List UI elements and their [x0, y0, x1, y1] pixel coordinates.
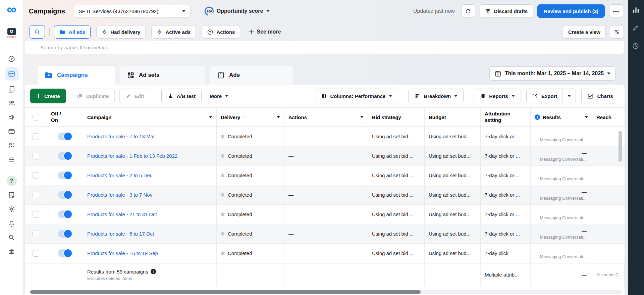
export-split-button: Export [526, 89, 576, 103]
reach-cell [592, 166, 625, 185]
header-results[interactable]: i Results [531, 108, 592, 127]
campaign-toggle[interactable] [58, 210, 72, 218]
edit-button[interactable]: Edit [119, 89, 150, 103]
insights-chart-icon[interactable] [632, 6, 640, 14]
header-bid-strategy[interactable]: Bid strategy [368, 108, 425, 127]
filter-chip-active-ads[interactable]: Active ads [151, 25, 196, 39]
horizontal-scrollbar-track[interactable] [30, 290, 621, 294]
advertise-megaphone-icon[interactable] [5, 111, 18, 123]
campaign-link[interactable]: Products for sale - 3 to 7 Nov [87, 192, 152, 198]
vertical-scrollbar[interactable] [619, 131, 622, 162]
see-more-filters-button[interactable]: See more [249, 29, 281, 35]
table-body: Products for sale - 7 to 13 Mar Complete… [25, 127, 625, 263]
delivery-status-dot [221, 232, 224, 236]
header-delivery[interactable]: Delivery ↑ [217, 108, 284, 127]
create-a-view-button[interactable]: Create a view [563, 25, 606, 39]
campaign-link[interactable]: Products for sale - 7 to 13 Mar [87, 134, 155, 139]
filter-chip-actions[interactable]: Actions [202, 25, 240, 39]
settings-gear-icon[interactable] [5, 203, 18, 215]
search-filter-chip[interactable] [30, 25, 45, 39]
tab-ad-sets[interactable]: Ad sets [120, 66, 205, 85]
campaign-link[interactable]: Products for sale - 5 to 17 Oct [87, 231, 154, 237]
campaign-toggle[interactable] [58, 191, 72, 199]
tab-campaigns[interactable]: Campaigns [38, 66, 115, 85]
columns-button[interactable]: Columns: Performance [315, 89, 398, 103]
main-area: Campaigns SF IT Services (43762709678079… [23, 0, 628, 295]
row-checkbox[interactable] [33, 192, 39, 198]
export-button[interactable]: Export [527, 89, 563, 103]
results-cell: —Messaging Conversati... [531, 166, 592, 185]
row-checkbox[interactable] [33, 133, 39, 140]
charts-button[interactable]: Charts [581, 89, 619, 103]
reports-button[interactable]: Reports [474, 89, 521, 103]
create-button[interactable]: Create [30, 89, 66, 103]
audiences-icon[interactable] [5, 97, 18, 109]
tab-ads[interactable]: Ads [210, 66, 293, 85]
header-actions[interactable]: Actions [284, 108, 368, 127]
more-options-button[interactable]: ••• [609, 4, 623, 18]
discard-drafts-button[interactable]: Discard drafts [480, 4, 533, 18]
view-settings-button[interactable] [610, 25, 624, 39]
ads-reporting-icon[interactable] [5, 83, 18, 95]
business-settings-icon[interactable] [5, 140, 18, 151]
header-attribution[interactable]: Attribution setting [481, 108, 531, 127]
campaigns-nav-icon[interactable] [5, 67, 19, 81]
campaign-toggle[interactable] [58, 249, 72, 257]
row-checkbox[interactable] [33, 153, 39, 159]
breakdown-icon [414, 93, 420, 99]
table-summary-row: Results from 59 campaigns i Excludes del… [25, 263, 625, 286]
delivery-cell: Completed [217, 185, 284, 204]
all-tools-menu-icon[interactable] [5, 154, 18, 165]
header-campaign[interactable]: Campaign [83, 108, 217, 127]
refresh-button[interactable] [461, 4, 475, 18]
campaign-link[interactable]: Products for sale - 2 to 5 Dec [87, 173, 152, 178]
info-icon[interactable]: i [151, 269, 156, 274]
breakdown-button[interactable]: Breakdown [408, 89, 464, 103]
ad-account-selector[interactable]: SF IT Services (437627096780792) [74, 5, 191, 17]
help-icon[interactable]: ? [5, 175, 18, 187]
header-budget[interactable]: Budget [425, 108, 481, 127]
review-and-publish-button[interactable]: Review and publish (3) [537, 4, 605, 18]
export-options-button[interactable] [562, 89, 576, 103]
ab-test-button[interactable]: A/B test [161, 89, 202, 103]
opportunity-score[interactable]: 100 Opportunity score [205, 7, 270, 16]
filter-chip-all-ads[interactable]: All ads [54, 25, 91, 39]
filter-chip-had-delivery[interactable]: Had delivery [96, 25, 146, 39]
account-overview-icon[interactable] [5, 53, 18, 64]
campaign-link[interactable]: Products for sale - 1 Feb to 13 Feb 2022 [87, 153, 177, 159]
meta-logo[interactable]: ∞ [5, 0, 18, 18]
chevron-down-icon [607, 72, 610, 75]
history-clock-icon[interactable] [632, 42, 640, 50]
select-all-checkbox[interactable] [33, 114, 39, 120]
results-metric-label: Messaging Conversati... [540, 176, 587, 181]
horizontal-scrollbar-thumb[interactable] [30, 290, 421, 294]
report-bug-icon[interactable] [5, 246, 18, 257]
row-checkbox[interactable] [33, 211, 39, 218]
notes-icon[interactable] [5, 189, 18, 201]
campaign-toggle[interactable] [58, 171, 72, 179]
page-title: Campaigns [29, 7, 65, 15]
chevron-down-icon [389, 95, 392, 97]
date-range-selector[interactable]: This month: Mar 1, 2025 – Mar 14, 2025 [489, 66, 615, 81]
edit-pencil-icon[interactable] [632, 24, 640, 32]
results-cell: —Messaging Conversati... [531, 224, 592, 243]
campaign-toggle[interactable] [58, 152, 72, 160]
search-nav-icon[interactable] [5, 232, 18, 243]
bid-strategy-cell: Using ad set bid ... [368, 127, 425, 146]
row-checkbox[interactable] [33, 250, 39, 257]
campaign-toggle[interactable] [58, 133, 72, 140]
search-input[interactable] [25, 41, 624, 54]
campaign-toggle[interactable] [58, 230, 72, 238]
duplicate-button[interactable]: Duplicate [71, 89, 115, 103]
row-checkbox[interactable] [33, 172, 39, 179]
campaign-link[interactable]: Products for sale - 21 to 31 Oct [87, 211, 157, 217]
more-menu-button[interactable]: More [210, 93, 228, 99]
notifications-bell-icon[interactable] [5, 217, 18, 229]
billing-icon[interactable] [5, 126, 18, 137]
ad-account-shortcut[interactable]: Simple It [5, 26, 18, 40]
header-reach[interactable]: Reach [592, 108, 625, 127]
summary-campaign-cell: Results from 59 campaigns i Excludes del… [83, 263, 217, 286]
ad-sets-grid-icon [127, 71, 135, 79]
campaign-link[interactable]: Products for sale - 16 to 19 Sep [87, 250, 158, 256]
row-checkbox[interactable] [33, 231, 39, 237]
